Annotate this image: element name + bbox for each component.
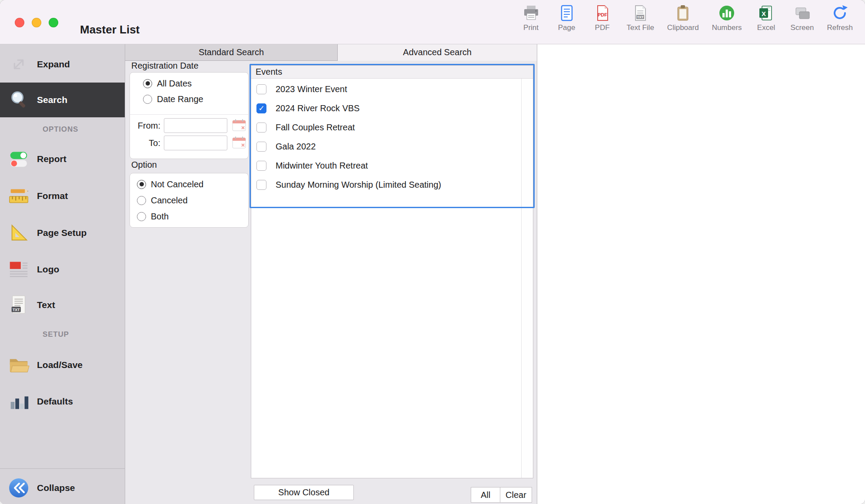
sidebar-item-format[interactable]: Format [0,178,125,214]
window-controls [15,18,58,27]
minimize-button[interactable] [32,18,41,27]
sidebar-item-report[interactable]: Report [0,141,125,177]
sidebar-item-label: Collapse [37,483,75,493]
radio-label: All Dates [157,79,192,89]
calendar-icon [232,136,246,150]
page-icon [557,3,577,23]
event-label: Gala 2022 [276,142,316,152]
event-row-gala-2022[interactable]: Gala 2022 [251,137,521,156]
event-label: 2024 River Rock VBS [276,103,359,113]
clear-button[interactable]: Clear [500,487,532,502]
numbers-icon [717,3,737,23]
show-closed-button[interactable]: Show Closed [254,485,354,500]
radio-all-dates[interactable]: All Dates [143,76,192,91]
to-label: To: [133,138,160,148]
checkbox[interactable] [256,84,266,94]
select-buttons: All Clear [471,487,532,503]
from-date-input[interactable] [164,118,227,133]
registration-date-title: Registration Date [131,61,199,71]
refresh-button[interactable]: Refresh [827,3,853,32]
event-label: Sunday Morning Worship (Limited Seating) [276,180,441,190]
radio-canceled[interactable]: Canceled [137,193,188,208]
sidebar-item-label: Report [37,154,67,164]
radio-date-range[interactable]: Date Range [143,92,203,106]
radio-label: Date Range [157,94,203,104]
sidebar-item-load-save[interactable]: Load/Save [0,347,125,383]
sidebar-item-label: Search [37,95,67,105]
from-label: From: [133,121,160,131]
checkbox[interactable] [256,142,266,152]
bar-chart-icon [6,389,31,414]
radio-indicator [137,180,146,189]
pdf-icon: PDF [592,3,612,23]
page-button[interactable]: Page [556,3,578,32]
sidebar-item-page-setup[interactable]: Page Setup [0,215,125,251]
text-doc-icon: TXT [6,292,31,318]
sidebar-item-label: Expand [37,59,70,70]
toolbar-label: Numbers [712,23,742,32]
from-calendar-button[interactable] [231,119,247,133]
to-date-input[interactable] [164,136,227,150]
svg-text:TXT: TXT [13,308,20,312]
toolbar-label: Excel [757,23,775,32]
set-square-icon [6,220,31,245]
svg-text:PDF: PDF [598,12,607,17]
sidebar-item-collapse[interactable]: Collapse [0,474,125,502]
radio-indicator [143,79,152,88]
tab-standard-search[interactable]: Standard Search [125,44,338,61]
event-row-midwinter-youth-retreat[interactable]: Midwinter Youth Retreat [251,156,521,175]
tab-advanced-search[interactable]: Advanced Search [338,44,537,61]
svg-text:X: X [762,10,766,17]
radio-not-canceled[interactable]: Not Canceled [137,177,203,192]
print-button[interactable]: Print [520,3,542,32]
checkbox[interactable] [256,180,266,190]
radio-indicator [143,95,152,104]
checkbox[interactable] [256,103,266,113]
zoom-button[interactable] [49,18,58,27]
radio-both[interactable]: Both [137,209,169,224]
sidebar-item-label: Logo [37,264,59,275]
text-file-button[interactable]: TXT Text File [627,3,654,32]
sidebar-divider [0,468,125,469]
collapse-icon [6,475,31,501]
event-row-2023-winter-event[interactable]: 2023 Winter Event [251,80,521,99]
toolbar: Print Page PDF PDF TXT Text File [520,3,853,32]
sidebar-item-logo[interactable]: Logo [0,251,125,288]
clipboard-button[interactable]: Clipboard [667,3,699,32]
calendar-icon [232,119,246,133]
toggles-icon [6,146,31,172]
toolbar-label: PDF [595,23,610,32]
sidebar-item-search[interactable]: Search [0,83,125,117]
sidebar-item-label: Page Setup [37,228,86,238]
to-calendar-button[interactable] [231,136,247,150]
events-scrollbar[interactable] [521,79,533,478]
logo-placeholder-icon [6,257,31,282]
clipboard-icon [673,3,693,23]
event-row-fall-couples-retreat[interactable]: Fall Couples Retreat [251,118,521,137]
sidebar-item-defaults[interactable]: Defaults [0,383,125,420]
numbers-button[interactable]: Numbers [712,3,742,32]
event-label: 2023 Winter Event [276,84,347,94]
excel-button[interactable]: X Excel [755,3,778,32]
checkbox[interactable] [256,161,266,171]
toolbar-label: Text File [627,23,654,32]
pdf-button[interactable]: PDF PDF [591,3,614,32]
event-label: Fall Couples Retreat [276,123,355,133]
event-label: Midwinter Youth Retreat [276,161,368,171]
event-row-2024-river-rock-vbs[interactable]: 2024 River Rock VBS [251,99,521,118]
app-window: Master List Print Page PDF PDF [0,0,865,504]
sidebar-item-expand[interactable]: Expand [0,47,125,82]
option-title: Option [131,160,157,170]
screen-button[interactable]: Screen [791,3,814,32]
select-all-button[interactable]: All [471,487,500,502]
refresh-icon [830,3,850,23]
text-file-icon: TXT [630,3,650,23]
close-button[interactable] [15,18,24,27]
toolbar-label: Page [558,23,576,32]
events-list: Events 2023 Winter Event 2024 River Rock… [251,65,533,478]
sidebar: Expand Search OPTIONS Report Format [0,44,125,504]
checkbox[interactable] [256,123,266,133]
screen-icon [792,3,812,23]
event-row-sunday-morning-worship[interactable]: Sunday Morning Worship (Limited Seating) [251,175,521,194]
sidebar-item-text[interactable]: TXT Text [0,287,125,323]
